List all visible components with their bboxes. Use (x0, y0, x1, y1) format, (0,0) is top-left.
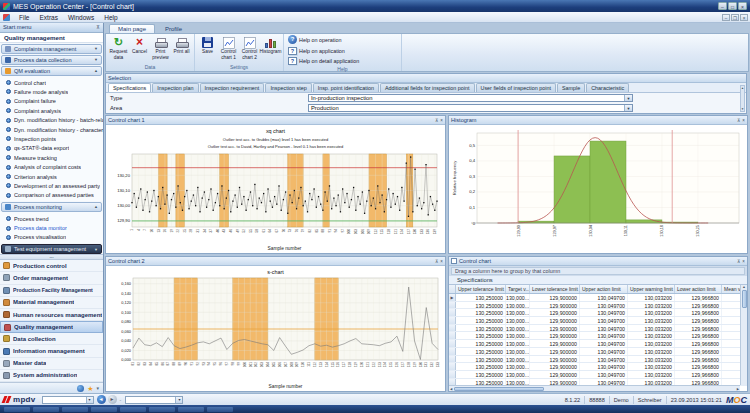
chevron-icon[interactable]: ▼ (94, 46, 98, 51)
nav-blue-icon[interactable] (77, 385, 84, 392)
sidebar-item-criterion-analysis[interactable]: Criterion analysis (0, 172, 103, 181)
sidebar-item-inspection-points[interactable]: Inspection points (0, 134, 103, 143)
pin-icon[interactable]: ⊼ (435, 259, 438, 264)
ribbon-button-control-chart-1[interactable]: Control chart 1 (218, 35, 239, 60)
sidebar-section-process-monitoring[interactable]: Process monitoring▲ (1, 202, 102, 212)
favorites-star-icon[interactable]: ★ (87, 385, 93, 392)
help-link-help-on-detail-application[interactable]: ?Help on detail application (288, 57, 399, 65)
ribbon-tab-profile[interactable]: Profile (156, 24, 191, 33)
pin-icon[interactable]: ⊼ (737, 259, 740, 264)
table-row[interactable]: ▶130,250000130,000...129,900000130,04970… (449, 294, 747, 302)
column-header-lower-tolerance-limit[interactable]: Lower tolerance limit (530, 285, 580, 293)
ribbon-button-control-chart-2[interactable]: Control chart 2 (239, 35, 260, 60)
table-row[interactable]: 130,250000130,000...129,900000130,049700… (449, 309, 747, 317)
help-link-help-on-operation[interactable]: ?Help on operation (288, 35, 399, 44)
tab-additional-fields-for-inspection-point[interactable]: Additional fields for inspection point (380, 83, 475, 92)
chevron-icon[interactable]: ▲ (94, 68, 98, 73)
chevron-down-icon[interactable]: ▼ (86, 397, 93, 403)
menu-item-file[interactable]: File (14, 14, 34, 21)
close-icon[interactable]: × (738, 2, 747, 10)
column-header-upper-tolerance-limit[interactable]: Upper tolerance limit (456, 285, 506, 293)
table-row[interactable]: 130,250000130,000...129,900000130,049700… (449, 317, 747, 325)
sidebar-section-qm-evaluation[interactable]: QM evaluation▲ (1, 66, 102, 76)
close-icon[interactable]: × (742, 118, 745, 123)
sidebar-section-complaints-management[interactable]: Complaints management▼ (1, 44, 102, 54)
status-search-input[interactable]: ▼ (42, 396, 94, 404)
menu-item-windows[interactable]: Windows (63, 14, 99, 21)
tab-inspection-step[interactable]: Inspection step (265, 83, 311, 92)
control-chart-table-header[interactable]: Control chart ⊼ × (449, 257, 747, 266)
sidebar-item-qs-stat-data-export[interactable]: qs-STAT®-data export (0, 144, 103, 153)
tab-inspection-plan[interactable]: Inspection plan (152, 83, 198, 92)
sidebar-module-material-management[interactable]: Material management (0, 297, 103, 309)
chevron-icon[interactable]: ▼ (94, 57, 98, 62)
sidebar-module-information-management[interactable]: Information management (0, 345, 103, 357)
table-horizontal-scrollbar[interactable]: ◀▶ (449, 385, 740, 391)
tab-user-fields-of-inspection-point[interactable]: User fields of inspection point (476, 83, 556, 92)
forward-button[interactable]: ► (108, 395, 117, 404)
minimize-icon[interactable]: ‒ (718, 2, 727, 10)
mdi-close-icon[interactable]: × (740, 14, 748, 21)
close-icon[interactable]: × (440, 118, 443, 123)
table-row[interactable]: 130,250000130,000...129,900000130,049700… (449, 340, 747, 348)
taskbar-item[interactable] (4, 407, 30, 412)
maximize-icon[interactable]: □ (728, 2, 737, 10)
sidebar-module-quality-management[interactable]: Quality management (0, 321, 103, 333)
ribbon-tab-main-page[interactable]: Main page (109, 24, 155, 33)
histogram-header[interactable]: Histogram ⊼ × (449, 116, 747, 125)
close-icon[interactable]: × (440, 259, 443, 264)
taskbar-item[interactable] (149, 407, 175, 412)
table-row[interactable]: 130,250000130,000...129,900000130,049700… (449, 348, 747, 356)
table-row[interactable]: 130,250000130,000...129,900000130,049700… (449, 356, 747, 364)
pin-icon[interactable]: ⊼ (737, 118, 740, 123)
control-chart-1-header[interactable]: Control chart 1 ⊼ × (106, 116, 445, 125)
column-header-upper-action-limit[interactable]: Upper action limit (580, 285, 628, 293)
sidebar-item-development-of-an-assessed-party[interactable]: Development of an assessed party (0, 181, 103, 190)
tab-characteristic[interactable]: Characteristic (586, 83, 629, 92)
sidebar-section-process-data-collection[interactable]: Process data collection▼ (1, 55, 102, 65)
tab-specifications[interactable]: Specifications (108, 83, 151, 92)
help-link-help-on-application[interactable]: ?Help on application (288, 47, 399, 55)
menu-item-extras[interactable]: Extras (34, 14, 62, 21)
tab-sample[interactable]: Sample (557, 83, 585, 92)
chevron-icon[interactable]: ▲ (94, 204, 98, 209)
sidebar-item-complaint-analysis[interactable]: Complaint analysis (0, 106, 103, 115)
sidebar-item-measure-tracking[interactable]: Measure tracking (0, 153, 103, 162)
group-by-bar[interactable]: Drag a column here to group by that colu… (449, 266, 747, 276)
taskbar-item[interactable] (207, 407, 233, 412)
ribbon-button-save[interactable]: Save (197, 35, 218, 55)
column-header-target-v[interactable]: Target v... (506, 285, 530, 293)
status-combo[interactable]: ▼ (125, 396, 183, 404)
control-chart-2-header[interactable]: Control chart 2 ⊼ × (106, 257, 445, 266)
ribbon-button-print-preview[interactable]: Print preview (150, 35, 171, 60)
table-row[interactable]: 130,250000130,000...129,900000130,049700… (449, 363, 747, 371)
table-row[interactable]: 130,250000130,000...129,900000130,049700… (449, 332, 747, 340)
taskbar-item[interactable] (120, 407, 146, 412)
mdi-restore-icon[interactable]: ❐ (731, 14, 739, 21)
back-button[interactable]: ◄ (97, 395, 106, 404)
sidebar-item-process-trend[interactable]: Process trend (0, 214, 103, 223)
tab-inspection-requirement[interactable]: Inspection requirement (200, 83, 265, 92)
sidebar-module-system-administration[interactable]: System administration (0, 370, 103, 382)
column-header-lower-action-limit[interactable]: Lower action limit (675, 285, 722, 293)
column-header-mean-valu[interactable]: Mean valu... (722, 285, 741, 293)
pin-icon[interactable]: ⊼ (435, 118, 438, 123)
sidebar-module-human-resources-management[interactable]: Human resources management (0, 309, 103, 321)
area-select[interactable]: Production▼ (308, 104, 633, 113)
table-row[interactable]: 130,250000130,000...129,900000130,049700… (449, 325, 747, 333)
ribbon-button-request-data[interactable]: ↻Request data (108, 35, 129, 60)
taskbar-item[interactable] (33, 407, 59, 412)
tab-insp-point-identification[interactable]: Insp. point identification (313, 83, 379, 92)
chevron-down-icon[interactable]: ▾ (96, 385, 99, 391)
taskbar-item[interactable] (62, 407, 88, 412)
sidebar-item-analysis-of-complaint-costs[interactable]: Analysis of complaint costs (0, 162, 103, 171)
sidebar-item-process-visualisation[interactable]: Process visualisation (0, 233, 103, 242)
sidebar-item-dyn-modification-history-characteristic[interactable]: Dyn. modification history - characterist… (0, 125, 103, 134)
sidebar-item-process-data-monitor[interactable]: Process data monitor (0, 223, 103, 232)
chevron-down-icon[interactable]: ▼ (624, 105, 632, 112)
pin-icon[interactable]: ⊼ (96, 24, 100, 30)
chevron-icon[interactable]: ▼ (94, 247, 98, 252)
sidebar-item-complaint-failure[interactable]: Complaint failure (0, 97, 103, 106)
ribbon-button-print-all[interactable]: Print all (171, 35, 192, 55)
taskbar-item[interactable] (91, 407, 117, 412)
